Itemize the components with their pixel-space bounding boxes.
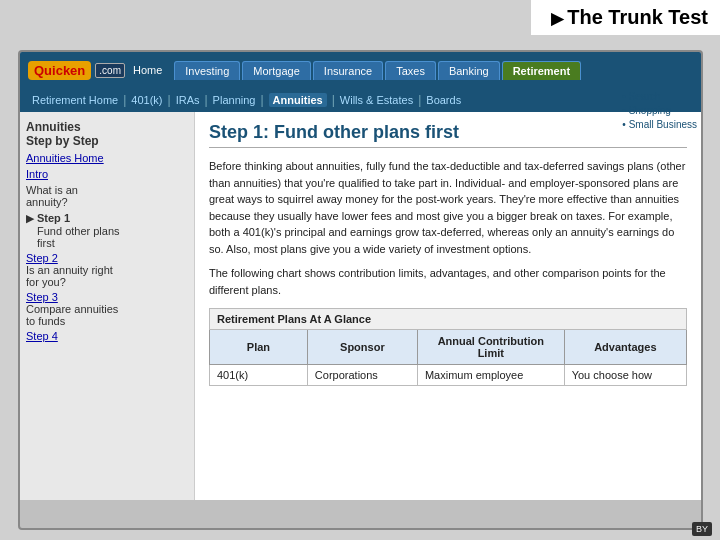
col-header-limit: Annual Contribution Limit [417,330,564,365]
col-header-advantages: Advantages [564,330,686,365]
nav-tab-banking[interactable]: Banking [438,61,500,80]
cell-sponsor: Corporations [307,365,417,386]
table-title: Retirement Plans At A Glance [210,309,687,330]
sidebar-intro[interactable]: Intro [26,168,188,180]
sidebar-step2-desc: Is an annuity rightfor you? [26,264,113,288]
chart-intro: The following chart shows contribution l… [209,265,687,298]
sidebar-step1-label: Step 1 [37,212,70,224]
table-row: 401(k) Corporations Maximum employee You… [210,365,687,386]
sub-nav-annuities[interactable]: Annuities [269,93,327,107]
sidebar-step3-item: Step 3 Compare annuitiesto funds [26,291,188,327]
sub-nav-boards[interactable]: Boards [426,94,461,106]
cell-advantages: You choose how [564,365,686,386]
retirement-plans-table: Retirement Plans At A Glance Plan Sponso… [209,308,687,386]
watermark: BY [692,522,712,536]
right-links: Search Shopping Small Business [622,90,697,132]
nav-tab-insurance[interactable]: Insurance [313,61,383,80]
quicken-logo: Quicken [28,61,91,80]
sidebar-step2-link[interactable]: Step 2 [26,252,113,264]
nav-tab-retirement[interactable]: Retirement [502,61,581,80]
sub-nav-planning[interactable]: Planning [213,94,256,106]
nav-tab-investing[interactable]: Investing [174,61,240,80]
small-business-link[interactable]: Small Business [622,118,697,132]
cell-plan: 401(k) [210,365,308,386]
home-link[interactable]: Home [133,64,162,76]
quicken-logo-text: Quicken [34,63,85,78]
col-header-sponsor: Sponsor [307,330,417,365]
browser-window: Quicken .com Home Investing Mortgage Ins… [18,50,703,530]
col-header-plan: Plan [210,330,308,365]
sidebar-step3-desc: Compare annuitiesto funds [26,303,118,327]
sidebar-step4-item: Step 4 [26,330,188,342]
step1-arrow-icon: ▶ [26,212,34,225]
sub-nav-retirement-home[interactable]: Retirement Home [32,94,118,106]
shopping-link[interactable]: Shopping [622,104,697,118]
trunk-test-title: The Trunk Test [531,0,720,35]
sub-nav-401k[interactable]: 401(k) [131,94,162,106]
sidebar: AnnuitiesStep by Step Annuities Home Int… [20,112,195,500]
nav-tab-taxes[interactable]: Taxes [385,61,436,80]
sub-nav-iras[interactable]: IRAs [176,94,200,106]
main-content: Step 1: Fund other plans first Before th… [195,112,701,500]
sidebar-title: AnnuitiesStep by Step [26,120,188,148]
cell-limit: Maximum employee [417,365,564,386]
page-heading: Step 1: Fund other plans first [209,122,687,148]
sub-nav-wills-estates[interactable]: Wills & Estates [340,94,413,106]
nav-tab-mortgage[interactable]: Mortgage [242,61,310,80]
content-para-1: Before thinking about annuities, fully f… [209,158,687,257]
content-area: AnnuitiesStep by Step Annuities Home Int… [20,112,701,500]
sidebar-what-is-annuity: What is anannuity? [26,184,188,208]
quicken-dotcom: .com [95,63,125,78]
sidebar-step1-desc: Fund other plansfirst [37,225,120,249]
sub-nav: Retirement Home | 401(k) | IRAs | Planni… [20,88,701,112]
sidebar-step3-link[interactable]: Step 3 [26,291,118,303]
sidebar-annuities-home[interactable]: Annuities Home [26,152,188,164]
sidebar-step4-link[interactable]: Step 4 [26,330,58,342]
sidebar-step1-item: ▶ Step 1 Fund other plansfirst [26,211,188,249]
sidebar-step2-item: Step 2 Is an annuity rightfor you? [26,252,188,288]
search-link[interactable]: Search [622,90,697,104]
